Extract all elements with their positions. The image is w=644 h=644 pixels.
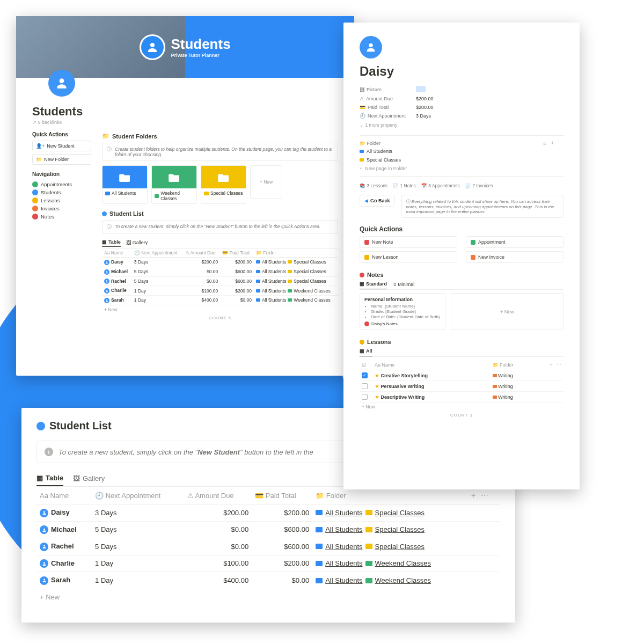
table-row[interactable]: Sarah1 Day$400.00$0.00All Students Weeke… xyxy=(102,296,338,305)
svg-point-10 xyxy=(43,545,45,547)
new-page-in-folder[interactable]: + New page in Folder xyxy=(360,164,564,173)
big-col-paid[interactable]: 💳 Paid Total xyxy=(252,487,312,504)
note-card[interactable]: Personal Information Name: {Student Name… xyxy=(360,293,445,330)
new-student-button[interactable]: 👤+New Student xyxy=(32,141,91,151)
notes-tab-minimal[interactable]: ≡ Minimal xyxy=(393,281,414,289)
nav-item[interactable]: Lessons xyxy=(32,196,91,204)
qa-new-invoice[interactable]: New Invoice xyxy=(466,251,564,263)
folder-card[interactable]: Weekend Classes xyxy=(151,165,197,204)
table-row[interactable]: Daisy3 Days$200.00$200.00All Students Sp… xyxy=(102,258,338,267)
student-description: ⓘ Everything related to this student wil… xyxy=(401,195,564,218)
lesson-row[interactable]: ★ Persuasive Writing Writing xyxy=(360,381,564,392)
qa-appointment[interactable]: Appointment xyxy=(466,236,564,248)
students-main-panel: Students Private Tutor Planner Students … xyxy=(16,16,354,376)
col-name[interactable]: Aa Name xyxy=(102,248,132,258)
lesson-row[interactable]: ★ Creative Storytelling Writing xyxy=(360,370,564,381)
prop-paid-label: 💳 Paid Total xyxy=(360,105,416,110)
table-row[interactable]: Charlie1 Day$100.00$200.00All Students W… xyxy=(36,555,500,572)
folder-card[interactable]: Special Classes xyxy=(201,165,246,204)
prop-paid-value: $200.00 xyxy=(416,105,434,110)
table-row[interactable]: Sarah1 Day$400.00$0.00All Students Weeke… xyxy=(36,572,500,589)
lessons-tab-all[interactable]: ▦ All xyxy=(360,348,372,356)
svg-point-4 xyxy=(106,280,107,281)
note-new-card[interactable]: + New xyxy=(451,293,564,330)
svg-point-11 xyxy=(43,562,45,564)
more-properties-toggle[interactable]: ⌄ 1 more property xyxy=(360,120,564,132)
table-row[interactable]: Michael5 Days$0.00$600.00All Students Sp… xyxy=(36,521,500,538)
qa-new-note[interactable]: New Note xyxy=(360,236,457,248)
lessons-col-name[interactable]: Aa Name xyxy=(372,360,491,370)
page-icon xyxy=(48,70,75,97)
folder-chip-all[interactable]: All Students xyxy=(360,147,564,156)
picture-value[interactable] xyxy=(416,86,426,92)
nav-item[interactable]: Invoices xyxy=(32,204,91,213)
prop-next-value: 3 Days xyxy=(416,113,431,119)
student-page-icon xyxy=(360,36,382,58)
table-row[interactable]: Daisy3 Days$200.00$200.00All Students Sp… xyxy=(36,504,500,522)
big-tab-table[interactable]: ▦ Table xyxy=(36,471,63,486)
navigation-header: Navigation xyxy=(32,171,91,177)
folder-new-card[interactable]: + New xyxy=(250,165,282,199)
daisy-quick-actions-header: Quick Actions xyxy=(360,225,564,233)
mini-list-info: ⓘTo create a new student, simply click o… xyxy=(102,220,338,234)
quick-actions-header: Quick Actions xyxy=(32,131,91,137)
col-next[interactable]: 🕘 Next Appointment xyxy=(132,248,183,258)
lessons-col-folder[interactable]: 📁 Folder xyxy=(491,360,542,370)
svg-point-2 xyxy=(106,261,107,262)
tab-gallery[interactable]: 🖼 Gallery xyxy=(126,239,148,247)
table-row[interactable]: Rachel5 Days$0.00$600.00All Students Spe… xyxy=(102,276,338,286)
backlinks-count[interactable]: ↗ 5 backlinks xyxy=(32,120,338,125)
col-due[interactable]: ⚠ Amount Due xyxy=(183,248,221,258)
big-col-name[interactable]: Aa Name xyxy=(36,487,92,504)
col-paid[interactable]: 💳 Paid Total xyxy=(220,248,254,258)
more-icon[interactable]: ⋯ xyxy=(558,140,564,146)
big-student-table: Aa Name 🕘 Next Appointment ⚠ Amount Due … xyxy=(36,487,500,589)
prop-amount-due-label: ⚠ Amount Due xyxy=(360,96,416,101)
lessons-new-row[interactable]: + New xyxy=(360,402,564,411)
svg-point-8 xyxy=(43,511,45,513)
svg-point-5 xyxy=(106,290,107,291)
new-folder-button[interactable]: 📁New Folder xyxy=(32,154,91,165)
lessons-col-check[interactable]: ☑ xyxy=(360,360,372,370)
notes-tab-standard[interactable]: ▦ Standard xyxy=(360,281,387,289)
nav-item[interactable]: Students xyxy=(32,188,91,196)
svg-point-7 xyxy=(369,43,372,47)
big-tab-gallery[interactable]: 🖼 Gallery xyxy=(73,471,105,486)
table-row[interactable]: Charlie1 Day$100.00$200.00All Students W… xyxy=(102,286,338,296)
folders-info: ⓘCreate student folders to help organize… xyxy=(102,143,338,161)
svg-point-6 xyxy=(106,299,107,301)
prop-next-label: 🕘 Next Appointment xyxy=(360,113,416,119)
col-folder[interactable]: 📁 Folder xyxy=(254,248,338,258)
search-icon[interactable]: ⌕ xyxy=(543,140,546,146)
add-icon[interactable]: + xyxy=(551,140,554,146)
svg-point-12 xyxy=(43,579,45,581)
checkbox[interactable] xyxy=(362,372,368,378)
svg-point-1 xyxy=(60,78,64,83)
checkbox[interactable] xyxy=(362,383,368,389)
folder-card[interactable]: All Students xyxy=(102,165,148,204)
qa-new-lesson[interactable]: New Lesson xyxy=(360,251,457,263)
table-row[interactable]: Michael5 Days$0.00$600.00All Students Sp… xyxy=(102,267,338,276)
lesson-row[interactable]: ★ Descriptive Writing Writing xyxy=(360,392,564,402)
svg-point-0 xyxy=(150,43,155,47)
mini-count: COUNT 5 xyxy=(102,314,338,322)
svg-point-9 xyxy=(43,528,45,530)
checkbox[interactable] xyxy=(362,394,368,400)
big-more-options[interactable]: ⋯ xyxy=(481,491,488,500)
big-col-due[interactable]: ⚠ Amount Due xyxy=(184,487,252,504)
student-name-title: Daisy xyxy=(360,64,564,79)
big-new-row[interactable]: + New xyxy=(36,589,500,605)
folder-chip-special[interactable]: Special Classes xyxy=(360,156,564,164)
table-row[interactable]: Rachel5 Days$0.00$600.00All Students Spe… xyxy=(36,538,500,555)
go-back-button[interactable]: ◀Go Back xyxy=(360,195,395,207)
lessons-add-col[interactable]: + ⋯ xyxy=(542,360,564,370)
mini-new-row[interactable]: + New xyxy=(102,305,338,314)
big-add-column[interactable]: + xyxy=(471,491,475,500)
nav-item[interactable]: Notes xyxy=(32,213,91,221)
nav-item[interactable]: Appointments xyxy=(32,180,91,188)
student-list-mini-header: Student List xyxy=(102,210,338,217)
tab-table[interactable]: ▦ Table xyxy=(102,239,121,247)
relation-stats: 📚 3 Lessons 📄 1 Notes 📅 8 Appointments 🧾… xyxy=(360,180,564,192)
hero-subtitle: Private Tutor Planner xyxy=(171,53,230,58)
big-col-next[interactable]: 🕘 Next Appointment xyxy=(92,487,184,504)
